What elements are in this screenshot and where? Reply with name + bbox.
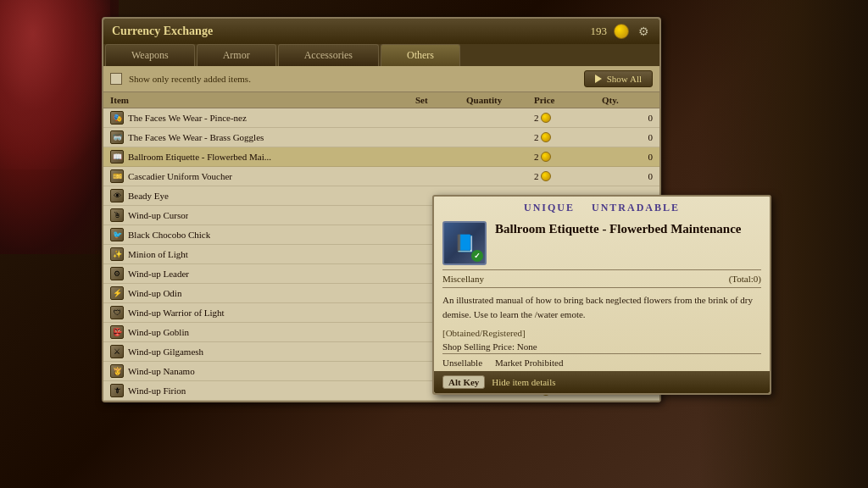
item-count: 0 xyxy=(602,152,653,162)
item-name-cell: ⚙ Wind-up Leader xyxy=(110,267,415,280)
coin-icon xyxy=(614,24,629,39)
item-count: 0 xyxy=(602,171,653,181)
detail-sell-price: Shop Selling Price: None xyxy=(434,340,770,353)
item-icon: 👁 xyxy=(110,189,124,202)
item-name: The Faces We Wear - Brass Goggles xyxy=(128,132,264,142)
col-set: Set xyxy=(415,95,466,105)
detail-item-icon: 📘 ✓ xyxy=(442,221,487,265)
item-name-cell: ⚔ Wind-up Gilgamesh xyxy=(110,345,415,358)
item-name-cell: 👁 Beady Eye xyxy=(110,189,415,202)
table-row[interactable]: 📖 Ballroom Etiquette - Flowerbed Mai... … xyxy=(103,147,659,167)
tab-bar: Weapons Armor Accessories Others xyxy=(103,44,659,66)
item-name: Wind-up Cursor xyxy=(128,210,188,220)
item-name-cell: 🎫 Cascadier Uniform Voucher xyxy=(110,169,415,183)
tag-unsellable: Unsellable xyxy=(442,358,482,368)
item-name: Wind-up Odin xyxy=(128,288,181,298)
item-name: Wind-up Goblin xyxy=(128,327,189,337)
item-name: The Faces We Wear - Pince-nez xyxy=(128,113,247,123)
play-icon xyxy=(595,75,602,83)
detail-header: 📘 ✓ Ballroom Etiquette - Flowerbed Maint… xyxy=(434,217,770,269)
item-name: Wind-up Leader xyxy=(128,269,189,279)
item-icon: 🎫 xyxy=(110,169,124,183)
detail-tags: Unsellable Market Prohibited xyxy=(434,354,770,371)
small-coin xyxy=(541,113,551,123)
item-name-cell: ⚡ Wind-up Odin xyxy=(110,286,415,300)
item-icon: ⚙ xyxy=(110,267,124,280)
item-icon: ⚔ xyxy=(110,345,124,358)
item-icon: ✨ xyxy=(110,247,124,261)
item-price: 2 xyxy=(534,152,602,162)
tab-armor[interactable]: Armor xyxy=(197,44,276,66)
item-name: Minion of Light xyxy=(128,249,188,259)
table-header: Item Set Quantity Price Qty. xyxy=(103,92,659,108)
item-name-cell: 🥽 The Faces We Wear - Brass Goggles xyxy=(110,130,415,144)
item-name-cell: 🎭 The Faces We Wear - Pince-nez xyxy=(110,111,415,125)
detail-obtained: [Obtained/Registered] xyxy=(434,326,770,340)
small-coin xyxy=(541,171,551,181)
item-name: Wind-up Firion xyxy=(128,385,186,396)
alt-key-bar: Alt Key Hide item details xyxy=(434,371,770,393)
toolbar: Show only recently added items. Show All xyxy=(103,66,659,92)
detail-total: (Total:0) xyxy=(729,274,761,284)
tab-accessories[interactable]: Accessories xyxy=(278,44,379,66)
item-name: Wind-up Gilgamesh xyxy=(128,347,203,357)
item-name-cell: 🗡 Wind-up Firion xyxy=(110,384,415,397)
col-price: Price xyxy=(534,95,602,105)
gear-icon[interactable]: ⚙ xyxy=(636,24,651,39)
item-icon: 🥽 xyxy=(110,130,124,144)
item-name-cell: 👸 Wind-up Nanamo xyxy=(110,364,415,378)
small-coin xyxy=(541,132,551,142)
obtained-checkmark: ✓ xyxy=(471,250,483,262)
tag-market-prohibited: Market Prohibited xyxy=(495,358,563,368)
item-name: Wind-up Nanamo xyxy=(128,366,195,376)
title-bar: Currency Exchange 193 ⚙ xyxy=(103,19,659,44)
col-item: Item xyxy=(110,95,415,105)
detail-category-row: Miscellany (Total:0) xyxy=(434,270,770,287)
item-name-cell: 📖 Ballroom Etiquette - Flowerbed Mai... xyxy=(110,150,415,164)
recently-added-label: Show only recently added items. xyxy=(129,74,251,84)
item-icon: 📖 xyxy=(110,150,124,164)
item-price: 2 xyxy=(534,171,602,181)
table-row[interactable]: 🥽 The Faces We Wear - Brass Goggles 2 0 xyxy=(103,128,659,147)
detail-item-name: Ballroom Etiquette - Flowerbed Maintenan… xyxy=(495,221,742,238)
window-title: Currency Exchange xyxy=(112,25,213,38)
table-row[interactable]: 🎭 The Faces We Wear - Pince-nez 2 0 xyxy=(103,108,659,128)
item-price: 2 xyxy=(534,132,602,142)
alt-key-desc: Hide item details xyxy=(492,377,555,387)
untradable-label: UNTRADABLE xyxy=(592,202,680,214)
recently-added-checkbox[interactable] xyxy=(110,73,122,85)
item-count: 0 xyxy=(602,113,653,123)
table-row[interactable]: 🎫 Cascadier Uniform Voucher 2 0 xyxy=(103,167,659,186)
col-qty: Qty. xyxy=(602,95,653,105)
currency-count: 193 xyxy=(591,25,608,38)
show-all-button[interactable]: Show All xyxy=(584,70,653,87)
item-icon: 👸 xyxy=(110,364,124,378)
item-name: Cascadier Uniform Voucher xyxy=(128,171,232,181)
item-icon: 🛡 xyxy=(110,306,124,319)
item-name: Ballroom Etiquette - Flowerbed Mai... xyxy=(128,152,271,162)
unique-untradable-labels: UNIQUE UNTRADABLE xyxy=(434,197,770,217)
item-name-cell: 🐦 Black Chocobo Chick xyxy=(110,228,415,241)
tab-weapons[interactable]: Weapons xyxy=(105,44,195,66)
col-quantity: Quantity xyxy=(466,95,534,105)
detail-description: An illustrated manual of how to bring ba… xyxy=(434,288,770,326)
item-icon: ⚡ xyxy=(110,286,124,300)
item-icon: 🖱 xyxy=(110,208,124,222)
detail-icon-symbol: 📘 xyxy=(454,233,476,253)
tab-others[interactable]: Others xyxy=(381,44,460,66)
unique-label: UNIQUE xyxy=(524,202,575,214)
item-icon: 🐦 xyxy=(110,228,124,241)
item-name-cell: ✨ Minion of Light xyxy=(110,247,415,261)
item-detail-panel: UNIQUE UNTRADABLE 📘 ✓ Ballroom Etiquette… xyxy=(432,195,771,395)
item-icon: 🎭 xyxy=(110,111,124,125)
item-name: Beady Eye xyxy=(128,191,169,201)
item-icon: 👺 xyxy=(110,325,124,339)
item-icon: 🗡 xyxy=(110,384,124,397)
item-name: Black Chocobo Chick xyxy=(128,230,210,240)
item-name-cell: 🖱 Wind-up Cursor xyxy=(110,208,415,222)
item-name-cell: 🛡 Wind-up Warrior of Light xyxy=(110,306,415,319)
alt-key-label: Alt Key xyxy=(442,375,485,389)
show-all-label: Show All xyxy=(607,74,642,84)
item-price: 2 xyxy=(534,113,602,123)
detail-category: Miscellany xyxy=(442,274,484,284)
